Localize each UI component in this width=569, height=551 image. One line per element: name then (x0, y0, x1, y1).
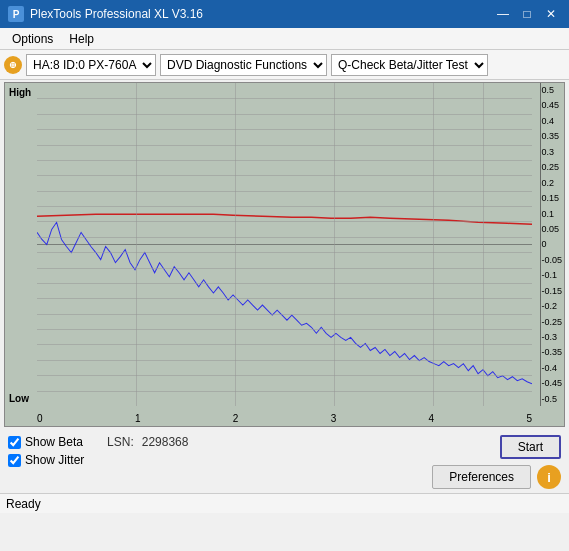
show-beta-item: Show Beta LSN: 2298368 (8, 435, 188, 449)
show-beta-label: Show Beta (25, 435, 83, 449)
lsn-value: 2298368 (142, 435, 189, 449)
chart-svg (37, 83, 532, 406)
status-text: Ready (6, 497, 41, 511)
start-button[interactable]: Start (500, 435, 561, 459)
menu-options[interactable]: Options (4, 30, 61, 48)
show-jitter-label: Show Jitter (25, 453, 84, 467)
x-axis: 0 1 2 3 4 5 (37, 413, 532, 424)
function-selector[interactable]: DVD Diagnostic Functions (160, 54, 327, 76)
maximize-button[interactable]: □ (517, 5, 537, 23)
preferences-button[interactable]: Preferences (432, 465, 531, 489)
status-bar: Ready (0, 493, 569, 513)
test-selector[interactable]: Q-Check Beta/Jitter Test (331, 54, 488, 76)
chart-container: High Low 0.5 0.45 0.4 0.35 0.3 0.25 0.2 … (4, 82, 565, 427)
drive-section: ⊕ HA:8 ID:0 PX-760A (4, 54, 156, 76)
app-icon: P (8, 6, 24, 22)
toolbar: ⊕ HA:8 ID:0 PX-760A DVD Diagnostic Funct… (0, 50, 569, 80)
chart-plot-area (37, 83, 532, 406)
right-controls: Start Preferences i (432, 435, 561, 489)
title-bar-left: P PlexTools Professional XL V3.16 (8, 6, 203, 22)
show-jitter-item: Show Jitter (8, 453, 188, 467)
minimize-button[interactable]: — (493, 5, 513, 23)
left-controls: Show Beta LSN: 2298368 Show Jitter (8, 435, 188, 469)
window-controls: — □ ✕ (493, 5, 561, 23)
drive-icon: ⊕ (4, 56, 22, 74)
show-beta-checkbox[interactable] (8, 436, 21, 449)
bottom-controls: Show Beta LSN: 2298368 Show Jitter Start… (0, 429, 569, 493)
menu-bar: Options Help (0, 28, 569, 50)
menu-help[interactable]: Help (61, 30, 102, 48)
cursor-line (540, 83, 541, 406)
drive-selector[interactable]: HA:8 ID:0 PX-760A (26, 54, 156, 76)
title-bar: P PlexTools Professional XL V3.16 — □ ✕ (0, 0, 569, 28)
show-jitter-checkbox[interactable] (8, 454, 21, 467)
close-button[interactable]: ✕ (541, 5, 561, 23)
lsn-label: LSN: (107, 435, 134, 449)
window-title: PlexTools Professional XL V3.16 (30, 7, 203, 21)
y-axis-right: 0.5 0.45 0.4 0.35 0.3 0.25 0.2 0.15 0.1 … (541, 83, 562, 406)
info-button[interactable]: i (537, 465, 561, 489)
chart-low-label: Low (9, 393, 29, 404)
chart-high-label: High (9, 87, 31, 98)
